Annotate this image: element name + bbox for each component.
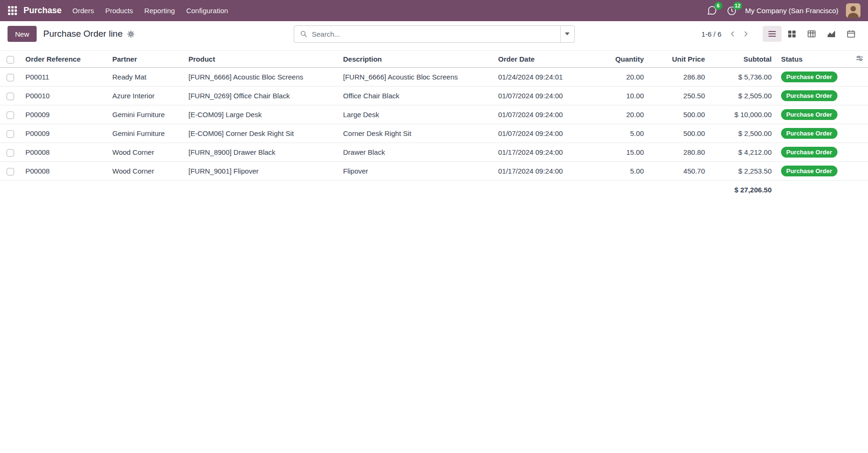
view-switch-calendar[interactable]	[842, 26, 860, 42]
table-row[interactable]: P00008Wood Corner[FURN_8900] Drawer Blac…	[0, 143, 868, 162]
row-checkbox[interactable]	[7, 168, 14, 175]
cell-subtotal: $ 4,212.00	[710, 143, 776, 162]
activities-badge: 12	[733, 2, 742, 10]
row-select-cell	[0, 143, 21, 162]
cell-description: Flipover	[338, 162, 493, 181]
chevron-down-icon	[565, 32, 570, 35]
gear-icon	[127, 31, 134, 38]
cell-unit_price: 500.00	[649, 105, 710, 124]
row-select-cell	[0, 68, 21, 87]
row-checkbox[interactable]	[7, 111, 14, 119]
cell-subtotal: $ 2,505.00	[710, 87, 776, 105]
column-header-subtotal[interactable]: Subtotal	[710, 51, 776, 68]
cell-partner: Gemini Furniture	[108, 105, 184, 124]
avatar-image	[846, 3, 860, 18]
cell-partner: Wood Corner	[108, 143, 184, 162]
status-badge: Purchase Order	[781, 128, 837, 139]
company-switcher[interactable]: My Company (San Francisco)	[745, 7, 838, 15]
column-header-order_reference[interactable]: Order Reference	[21, 51, 108, 68]
user-avatar[interactable]	[846, 3, 860, 18]
status-badge: Purchase Order	[781, 72, 837, 82]
optional-columns-toggle[interactable]	[851, 51, 868, 68]
cell-status: Purchase Order	[776, 124, 851, 143]
cell-product: [FURN_0269] Office Chair Black	[184, 87, 338, 105]
new-button[interactable]: New	[8, 26, 37, 42]
top-navbar: Purchase OrdersProductsReportingConfigur…	[0, 0, 868, 21]
table-row[interactable]: P00011Ready Mat[FURN_6666] Acoustic Bloc…	[0, 68, 868, 87]
navbar-right: 6 12 My Company (San Francisco)	[706, 3, 860, 18]
view-switch-graph[interactable]	[822, 26, 841, 42]
search-dropdown-toggle[interactable]	[560, 26, 574, 42]
table-row[interactable]: P00009Gemini Furniture[E-COM09] Large De…	[0, 105, 868, 124]
view-settings-button[interactable]	[126, 30, 135, 39]
cell-quantity: 5.00	[583, 162, 649, 181]
cell-status: Purchase Order	[776, 162, 851, 181]
cell-description: Office Chair Black	[338, 87, 493, 105]
view-switch-list[interactable]	[763, 26, 782, 42]
row-checkbox[interactable]	[7, 130, 14, 138]
view-switch-pivot[interactable]	[802, 26, 821, 42]
table-row[interactable]: P00010Azure Interior[FURN_0269] Office C…	[0, 87, 868, 105]
cell-quantity: 20.00	[583, 105, 649, 124]
row-checkbox[interactable]	[7, 93, 14, 100]
table-row[interactable]: P00009Gemini Furniture[E-COM06] Corner D…	[0, 124, 868, 143]
cell-description: [FURN_6666] Acoustic Bloc Screens	[338, 68, 493, 87]
row-checkbox[interactable]	[7, 149, 14, 157]
search-input[interactable]	[311, 30, 560, 39]
cell-quantity: 10.00	[583, 87, 649, 105]
footer-spacer	[0, 181, 710, 199]
menu-item-reporting[interactable]: Reporting	[139, 3, 180, 18]
apps-grid-icon	[8, 6, 17, 15]
column-header-description[interactable]: Description	[338, 51, 493, 68]
cell-order_reference: P00009	[21, 124, 108, 143]
cell-order_date: 01/07/2024 09:24:00	[493, 124, 583, 143]
cell-product: [E-COM09] Large Desk	[184, 105, 338, 124]
table-row[interactable]: P00008Wood Corner[FURN_9001] FlipoverFli…	[0, 162, 868, 181]
cell-status: Purchase Order	[776, 87, 851, 105]
cell-unit_price: 286.80	[649, 68, 710, 87]
cell-product: [FURN_8900] Drawer Black	[184, 143, 338, 162]
cell-quantity: 5.00	[583, 124, 649, 143]
cell-order_reference: P00009	[21, 105, 108, 124]
cell-status: Purchase Order	[776, 68, 851, 87]
cell-unit_price: 500.00	[649, 124, 710, 143]
column-header-quantity[interactable]: Quantity	[583, 51, 649, 68]
view-switch-kanban[interactable]	[782, 26, 801, 42]
magnifier-icon	[300, 30, 307, 38]
chevron-right-icon	[743, 31, 749, 37]
column-header-status[interactable]: Status	[776, 51, 851, 68]
view-switcher	[763, 26, 860, 42]
cell-quantity: 15.00	[583, 143, 649, 162]
column-header-unit_price[interactable]: Unit Price	[649, 51, 710, 68]
cell-order_reference: P00008	[21, 162, 108, 181]
column-header-partner[interactable]: Partner	[108, 51, 184, 68]
sliders-icon	[855, 54, 864, 63]
row-select-cell	[0, 87, 21, 105]
cell-order_date: 01/17/2024 09:24:00	[493, 162, 583, 181]
menu-item-orders[interactable]: Orders	[67, 3, 99, 18]
search-bar	[294, 25, 575, 43]
cell-product: [E-COM06] Corner Desk Right Sit	[184, 124, 338, 143]
column-header-order_date[interactable]: Order Date	[493, 51, 583, 68]
menu-item-products[interactable]: Products	[100, 3, 138, 18]
messages-badge: 6	[714, 2, 722, 10]
pager-previous-button[interactable]	[726, 27, 739, 40]
cell-subtotal: $ 2,253.50	[710, 162, 776, 181]
menu-item-configuration[interactable]: Configuration	[181, 3, 233, 18]
cell-subtotal: $ 5,736.00	[710, 68, 776, 87]
activities-button[interactable]: 12	[726, 5, 738, 17]
table-header-row: Order ReferencePartnerProductDescription…	[0, 51, 868, 68]
cell-partner: Gemini Furniture	[108, 124, 184, 143]
cell-description: Large Desk	[338, 105, 493, 124]
pager-next-button[interactable]	[739, 27, 752, 40]
apps-menu-button[interactable]	[4, 2, 21, 19]
calendar-icon	[846, 29, 856, 39]
cell-description: Drawer Black	[338, 143, 493, 162]
select-all-checkbox[interactable]	[7, 56, 14, 64]
control-panel-right: 1-6 / 6	[701, 26, 860, 42]
app-name[interactable]: Purchase	[23, 6, 62, 16]
row-checkbox[interactable]	[7, 74, 14, 81]
messages-button[interactable]: 6	[706, 5, 718, 17]
column-header-product[interactable]: Product	[184, 51, 338, 68]
cell-order_date: 01/07/2024 09:24:00	[493, 87, 583, 105]
